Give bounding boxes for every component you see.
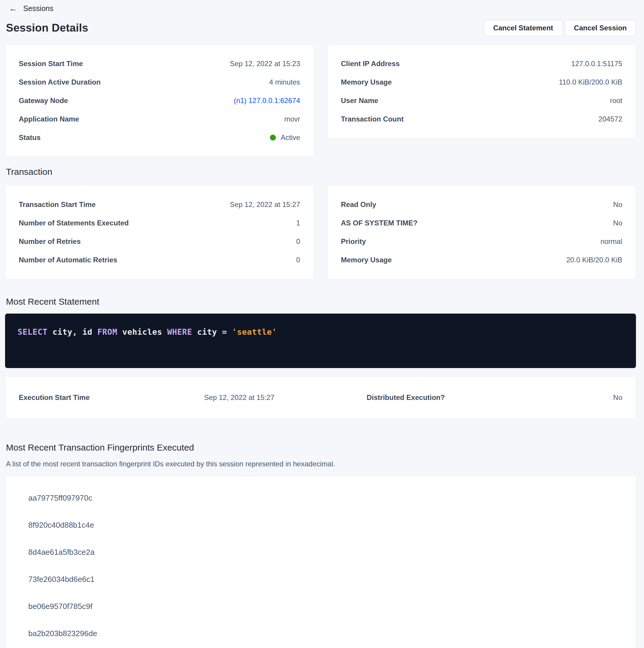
session-start-time-row: Session Start Time Sep 12, 2022 at 15:23 [19, 54, 300, 73]
fingerprints-description: A list of the most recent transaction fi… [5, 460, 636, 468]
priority-row: Priority normal [341, 232, 623, 251]
row-label: Memory Usage [341, 255, 392, 265]
row-value: 0 [296, 255, 300, 265]
row-value: Sep 12, 2022 at 15:27 [230, 200, 300, 209]
transaction-start-time-row: Transaction Start Time Sep 12, 2022 at 1… [19, 195, 300, 214]
row-label: AS OF SYSTEM TIME? [341, 218, 417, 228]
arrow-left-icon: ← [9, 4, 17, 13]
status-active-dot-icon [270, 134, 276, 141]
row-value: 4 minutes [269, 77, 300, 87]
status-row: Status Active [19, 128, 300, 147]
fingerprint-list-item: ba2b203b823296de [19, 620, 622, 647]
row-value: 110.0 KiB/200.0 KiB [559, 77, 622, 87]
row-value: normal [600, 237, 622, 246]
row-value: root [610, 96, 622, 105]
page-header: Session Details Cancel Statement Cancel … [5, 20, 636, 36]
page-title: Session Details [5, 22, 89, 34]
execution-details-grid: Execution Start Time Sep 12, 2022 at 15:… [19, 393, 622, 402]
row-value: No [613, 218, 622, 228]
session-active-duration-row: Session Active Duration 4 minutes [19, 73, 300, 92]
row-value: movr [284, 114, 300, 124]
row-label: Session Active Duration [19, 77, 101, 87]
row-value: 1 [296, 218, 300, 228]
row-label: Status [19, 133, 41, 142]
application-name-row: Application Name movr [19, 110, 300, 128]
cancel-session-button[interactable]: Cancel Session [565, 20, 636, 36]
row-value: 20.0 KiB/20.0 KiB [566, 255, 622, 265]
sql-keyword: WHERE [167, 327, 192, 336]
breadcrumb-label: Sessions [23, 4, 53, 13]
row-label: Execution Start Time [19, 393, 90, 402]
row-label: Application Name [19, 114, 79, 124]
fingerprint-list-item: be06e9570f785c9f [19, 593, 622, 620]
fingerprint-list-item: 73fe26034bd6e6c1 [19, 566, 622, 593]
session-summary-card-right: Client IP Address 127.0.0.1:51175 Memory… [327, 44, 636, 139]
transaction-card-left: Transaction Start Time Sep 12, 2022 at 1… [5, 185, 314, 279]
statement-section-title: Most Recent Statement [5, 296, 636, 307]
sql-statement-box: SELECT city, id FROM vehicles WHERE city… [5, 314, 636, 368]
distributed-execution-row: Distributed Execution? No [367, 393, 622, 402]
row-label: Gateway Node [19, 96, 68, 105]
sql-keyword: FROM [97, 327, 117, 336]
sql-text: city, id [48, 327, 98, 336]
transaction-card-right: Read Only No AS OF SYSTEM TIME? No Prior… [327, 185, 636, 279]
row-label: Transaction Count [341, 114, 404, 124]
fingerprints-card: aa79775ff097970c 8f920c40d88b1c4e 8d4ae6… [5, 476, 636, 648]
txn-memory-usage-row: Memory Usage 20.0 KiB/20.0 KiB [341, 251, 623, 269]
row-value: 204572 [598, 114, 622, 124]
gateway-node-row: Gateway Node (n1) 127.0.0.1:62674 [19, 92, 300, 110]
row-label: Number of Retries [19, 237, 81, 246]
transaction-section-title: Transaction [5, 167, 636, 177]
execution-start-time-row: Execution Start Time Sep 12, 2022 at 15:… [19, 393, 274, 402]
row-value: No [613, 200, 622, 209]
as-of-system-time-row: AS OF SYSTEM TIME? No [341, 214, 623, 232]
transaction-section: Transaction Start Time Sep 12, 2022 at 1… [5, 185, 636, 279]
row-value: Sep 12, 2022 at 15:23 [230, 59, 300, 68]
row-value: No [613, 393, 622, 402]
client-ip-row: Client IP Address 127.0.0.1:51175 [341, 54, 623, 73]
fingerprint-list-item: 8d4ae61a5fb3ce2a [19, 539, 622, 566]
row-value: Sep 12, 2022 at 15:27 [204, 393, 274, 402]
statements-executed-row: Number of Statements Executed 1 [19, 214, 300, 232]
memory-usage-row: Memory Usage 110.0 KiB/200.0 KiB [341, 73, 623, 92]
fingerprint-list-item: aa79775ff097970c [19, 485, 622, 511]
row-value: 0 [296, 237, 300, 246]
row-label: Memory Usage [341, 77, 392, 87]
row-label: Distributed Execution? [367, 393, 445, 402]
session-details-page: ← Sessions Session Details Cancel Statem… [0, 0, 644, 648]
status-badge: Active [270, 133, 300, 142]
session-summary-card-left: Session Start Time Sep 12, 2022 at 15:23… [5, 44, 314, 157]
status-value: Active [281, 133, 300, 142]
row-label: Read Only [341, 200, 376, 209]
transaction-count-row: Transaction Count 204572 [341, 110, 623, 128]
retries-row: Number of Retries 0 [19, 232, 300, 251]
row-label: Client IP Address [341, 59, 400, 68]
session-summary-section: Session Start Time Sep 12, 2022 at 15:23… [5, 44, 636, 157]
execution-details-card: Execution Start Time Sep 12, 2022 at 15:… [5, 376, 636, 419]
fingerprint-list-item: 8f920c40d88b1c4e [19, 511, 622, 539]
sql-text: vehicles [117, 327, 167, 336]
row-label: Number of Automatic Retries [19, 255, 117, 265]
gateway-node-link[interactable]: (n1) 127.0.0.1:62674 [234, 96, 300, 105]
sql-string-literal: 'seattle' [232, 327, 277, 336]
header-actions: Cancel Statement Cancel Session [484, 20, 636, 36]
row-label: Transaction Start Time [19, 200, 96, 209]
user-name-row: User Name root [341, 92, 623, 110]
row-label: Session Start Time [19, 59, 83, 68]
row-label: Number of Statements Executed [19, 218, 128, 228]
row-label: Priority [341, 237, 366, 246]
row-label: User Name [341, 96, 378, 105]
fingerprints-section-title: Most Recent Transaction Fingerprints Exe… [5, 442, 636, 453]
cancel-statement-button[interactable]: Cancel Statement [484, 20, 562, 36]
sql-keyword: SELECT [17, 327, 48, 336]
row-value: 127.0.0.1:51175 [571, 59, 622, 68]
read-only-row: Read Only No [341, 195, 623, 214]
breadcrumb-back-sessions[interactable]: ← Sessions [5, 4, 53, 13]
sql-text: city = [192, 327, 232, 336]
automatic-retries-row: Number of Automatic Retries 0 [19, 251, 300, 269]
